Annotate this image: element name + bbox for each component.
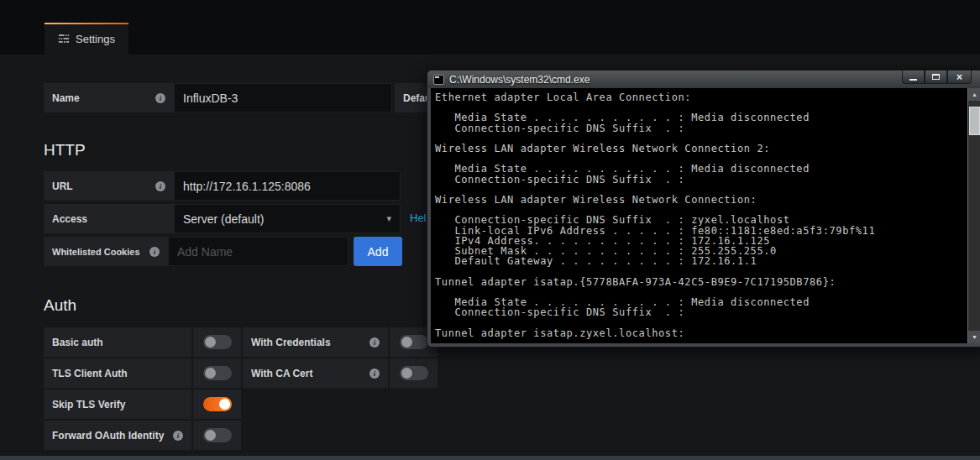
cmd-window: C:\Windows\system32\cmd.exe × Ethernet a… (427, 70, 980, 348)
close-button[interactable]: × (947, 71, 972, 84)
window-controls: × (902, 71, 972, 84)
with-ca-cert-toggle[interactable] (390, 358, 438, 388)
settings-sliders-icon (58, 33, 70, 44)
info-icon: i (369, 337, 380, 348)
screen: Settings Name i Default HTTP URL i Acces… (0, 0, 980, 460)
info-icon: i (369, 369, 380, 379)
cmd-titlebar[interactable]: C:\Windows\system32\cmd.exe (427, 71, 980, 88)
bottom-edge-strip (0, 456, 980, 460)
forward-oauth-identity-label: Forward OAuth Identity i (44, 421, 191, 450)
minimize-icon (909, 79, 917, 81)
access-select[interactable]: Server (default) ▾ (174, 204, 401, 233)
tls-client-auth-label: TLS Client Auth (44, 358, 191, 388)
tab-settings-label: Settings (76, 33, 115, 45)
info-icon: i (149, 247, 160, 257)
info-icon: i (173, 431, 183, 441)
with-credentials-label: With Credentials i (243, 327, 388, 357)
info-icon: i (155, 181, 165, 191)
basic-auth-toggle[interactable] (193, 327, 241, 357)
name-input[interactable] (174, 83, 392, 112)
skip-tls-verify-label: Skip TLS Verify (44, 389, 191, 419)
forward-oauth-identity-toggle[interactable] (193, 421, 241, 450)
skip-tls-verify-toggle[interactable] (193, 389, 241, 419)
chevron-down-icon: ▾ (386, 213, 391, 224)
access-select-value: Server (default) (183, 212, 264, 226)
whitelisted-cookies-label: Whitelisted Cookies i (44, 237, 168, 266)
info-icon: i (155, 93, 165, 103)
tab-active-indicator (45, 23, 128, 24)
close-icon: × (956, 72, 962, 82)
url-label: URL i (44, 171, 174, 201)
url-input[interactable] (174, 171, 401, 201)
cookie-name-input[interactable] (168, 237, 349, 266)
name-label: Name i (44, 83, 174, 112)
cmd-window-title: C:\Windows\system32\cmd.exe (449, 74, 590, 86)
maximize-icon (932, 74, 940, 80)
scrollbar-thumb[interactable] (969, 107, 980, 135)
scroll-up-arrow[interactable]: ▲ (968, 88, 980, 101)
tls-client-auth-toggle[interactable] (193, 358, 241, 388)
minimize-button[interactable] (902, 71, 925, 84)
tab-settings[interactable]: Settings (45, 23, 128, 55)
auth-heading: Auth (44, 296, 76, 315)
console-scrollbar[interactable]: ▲ ▼ (967, 88, 980, 343)
add-cookie-button[interactable]: Add (354, 237, 402, 266)
cmd-console: Ethernet adapter Local Area Connection: … (431, 88, 980, 343)
basic-auth-label: Basic auth (44, 327, 191, 357)
grafana-header: Settings (0, 0, 980, 55)
http-heading: HTTP (44, 141, 86, 159)
maximize-button[interactable] (925, 71, 947, 84)
access-label: Access (44, 204, 174, 233)
with-ca-cert-label: With CA Cert i (243, 358, 388, 388)
cmd-icon (433, 75, 444, 85)
scroll-down-arrow[interactable]: ▼ (968, 331, 980, 343)
console-output: Ethernet adapter Local Area Connection: … (435, 92, 967, 338)
